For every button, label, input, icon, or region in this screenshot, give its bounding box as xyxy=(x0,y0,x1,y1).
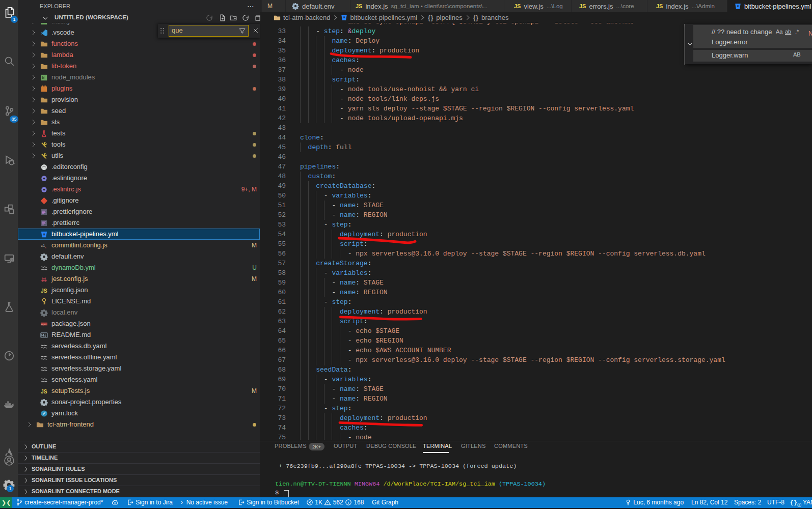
svg-text:JS: JS xyxy=(41,288,47,293)
svg-text:x: x xyxy=(45,245,46,249)
svg-text:npm: npm xyxy=(41,322,46,325)
svg-text:JS: JS xyxy=(41,388,47,394)
